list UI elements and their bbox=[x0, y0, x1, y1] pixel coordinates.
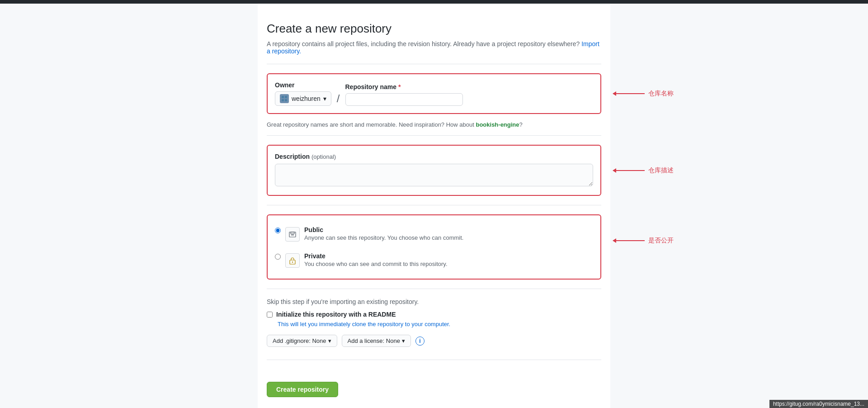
init-section: Skip this step if you're importing an ex… bbox=[267, 298, 601, 347]
description-input[interactable] bbox=[275, 164, 593, 186]
svg-rect-1 bbox=[285, 96, 287, 98]
repo-name-input[interactable] bbox=[345, 93, 463, 106]
annotation-label-desc: 仓库描述 bbox=[648, 166, 674, 175]
divider-5 bbox=[267, 360, 601, 360]
divider-4 bbox=[267, 289, 601, 289]
owner-label: Owner bbox=[275, 81, 331, 89]
private-icon bbox=[285, 253, 300, 268]
gitignore-dropdown[interactable]: Add .gitignore: None ▾ bbox=[267, 335, 337, 347]
public-text: Public Anyone can see this repository. Y… bbox=[304, 226, 593, 241]
owner-field-group: Owner weizhuren ▾ bbox=[275, 81, 331, 106]
owner-repo-row: Owner weizhuren ▾ bbox=[275, 81, 593, 106]
private-label: Private bbox=[304, 252, 593, 260]
public-radio[interactable] bbox=[275, 228, 281, 233]
annotation-arrow-line-3 bbox=[613, 240, 645, 241]
visibility-annotation: 是否公开 bbox=[613, 237, 674, 245]
annotation-arrow-line bbox=[613, 93, 645, 94]
owner-repo-box: Owner weizhuren ▾ bbox=[267, 73, 601, 114]
visibility-box: Public Anyone can see this repository. Y… bbox=[267, 214, 601, 280]
repo-name-field-group: Repository name * bbox=[345, 83, 463, 106]
description-annotation: 仓库描述 bbox=[613, 166, 674, 175]
dropdowns-row: Add .gitignore: None ▾ Add a license: No… bbox=[267, 335, 601, 347]
svg-rect-5 bbox=[291, 232, 294, 234]
divider-2 bbox=[267, 135, 601, 136]
status-bar: https://gitug.com/ra0ymicisname_13... bbox=[769, 400, 868, 408]
owner-dropdown[interactable]: weizhuren ▾ bbox=[275, 91, 331, 106]
owner-repo-section: Owner weizhuren ▾ bbox=[267, 73, 601, 114]
private-option: Private You choose who can see and commi… bbox=[275, 249, 593, 271]
required-star: * bbox=[398, 83, 401, 90]
gitignore-arrow-icon: ▾ bbox=[328, 337, 331, 344]
svg-rect-3 bbox=[285, 99, 287, 101]
description-box: Description (optional) bbox=[267, 145, 601, 196]
readme-help: This will let you immediately clone the … bbox=[278, 321, 601, 327]
suggestion-text: Great repository names are short and mem… bbox=[267, 121, 601, 128]
visibility-section: Public Anyone can see this repository. Y… bbox=[267, 214, 601, 280]
desc-optional: (optional) bbox=[311, 153, 336, 160]
license-dropdown[interactable]: Add a license: None ▾ bbox=[342, 335, 411, 347]
readme-checkbox[interactable] bbox=[267, 312, 273, 318]
dropdown-arrow-icon: ▾ bbox=[323, 95, 326, 102]
private-desc: You choose who can see and commit to thi… bbox=[304, 261, 593, 267]
private-text: Private You choose who can see and commi… bbox=[304, 252, 593, 267]
page-container: Create a new repository A repository con… bbox=[258, 4, 610, 408]
owner-avatar bbox=[280, 94, 289, 103]
status-url: https://gitug.com/ra0ymicisname_13... bbox=[773, 401, 864, 407]
desc-label: Description (optional) bbox=[275, 153, 593, 160]
skip-text: Skip this step if you're importing an ex… bbox=[267, 298, 601, 305]
svg-point-9 bbox=[292, 261, 293, 262]
info-icon[interactable]: i bbox=[415, 337, 425, 346]
private-radio[interactable] bbox=[275, 254, 281, 260]
annotation-arrow-line-2 bbox=[613, 170, 645, 171]
subtitle-text: A repository contains all project files,… bbox=[267, 40, 580, 47]
svg-rect-2 bbox=[282, 99, 284, 101]
create-repository-button[interactable]: Create repository bbox=[267, 382, 338, 397]
owner-name: weizhuren bbox=[292, 95, 321, 102]
page-subtitle: A repository contains all project files,… bbox=[267, 40, 601, 55]
svg-rect-0 bbox=[282, 96, 284, 98]
gitignore-label: Add .gitignore: None bbox=[273, 337, 326, 344]
license-arrow-icon: ▾ bbox=[402, 337, 405, 344]
divider-1 bbox=[267, 64, 601, 64]
repo-name-label: Repository name * bbox=[345, 83, 463, 90]
annotation-label-repo: 仓库名称 bbox=[648, 90, 674, 98]
annotation-label-vis: 是否公开 bbox=[648, 237, 674, 245]
public-desc: Anyone can see this repository. You choo… bbox=[304, 234, 593, 241]
public-icon bbox=[285, 227, 300, 242]
readme-row: Initialize this repository with a README bbox=[267, 311, 601, 318]
repo-name-annotation: 仓库名称 bbox=[613, 90, 674, 98]
description-section: Description (optional) 仓库描述 bbox=[267, 145, 601, 196]
page-title: Create a new repository bbox=[267, 22, 601, 36]
public-label: Public bbox=[304, 226, 593, 233]
public-option: Public Anyone can see this repository. Y… bbox=[275, 223, 593, 245]
readme-label[interactable]: Initialize this repository with a README bbox=[276, 311, 396, 318]
slash-separator: / bbox=[335, 92, 342, 105]
top-bar bbox=[0, 0, 868, 4]
suggestion-link[interactable]: bookish-engine bbox=[476, 121, 519, 128]
divider-3 bbox=[267, 205, 601, 205]
license-label: Add a license: None bbox=[348, 337, 400, 344]
